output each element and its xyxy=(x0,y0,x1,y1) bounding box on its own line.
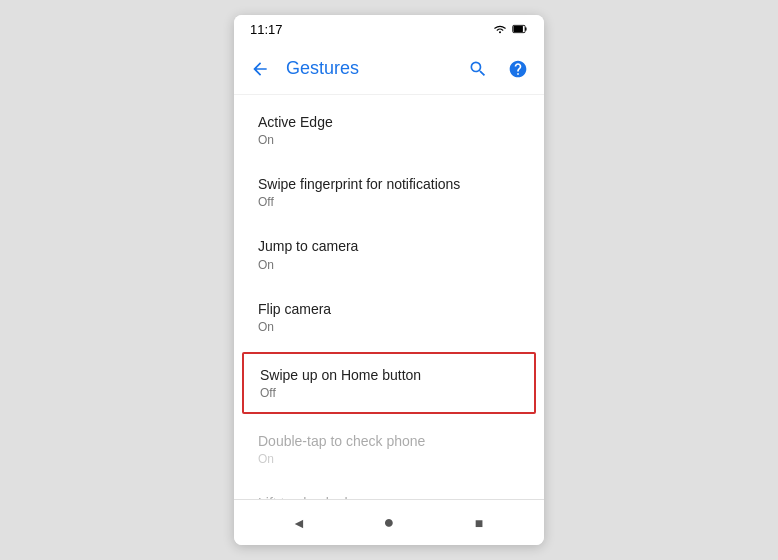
help-button[interactable] xyxy=(500,51,536,87)
nav-bar: ◄ ● ■ xyxy=(234,499,544,545)
flip-camera-subtitle: On xyxy=(258,320,520,334)
status-bar: 11:17 xyxy=(234,15,544,43)
svg-rect-1 xyxy=(525,27,526,31)
recents-nav-button[interactable]: ■ xyxy=(459,503,499,543)
back-button[interactable] xyxy=(242,51,278,87)
double-tap-subtitle: On xyxy=(258,452,520,466)
settings-item-active-edge[interactable]: Active Edge On xyxy=(234,99,544,161)
wifi-icon xyxy=(492,23,508,35)
back-nav-button[interactable]: ◄ xyxy=(279,503,319,543)
search-button[interactable] xyxy=(460,51,496,87)
flip-camera-title: Flip camera xyxy=(258,300,520,318)
swipe-home-subtitle: Off xyxy=(260,386,518,400)
svg-rect-2 xyxy=(513,26,522,32)
jump-to-camera-subtitle: On xyxy=(258,258,520,272)
phone-screen: 11:17 Gestures xyxy=(234,15,544,545)
status-icons xyxy=(492,23,528,35)
swipe-fingerprint-title: Swipe fingerprint for notifications xyxy=(258,175,520,193)
settings-item-flip-camera[interactable]: Flip camera On xyxy=(234,286,544,348)
lift-to-check-title: Lift to check phone xyxy=(258,494,520,499)
recents-nav-icon: ■ xyxy=(475,515,483,531)
settings-item-double-tap: Double-tap to check phone On xyxy=(234,418,544,480)
settings-item-swipe-home[interactable]: Swipe up on Home button Off xyxy=(242,352,536,414)
swipe-home-title: Swipe up on Home button xyxy=(260,366,518,384)
settings-list: Active Edge On Swipe fingerprint for not… xyxy=(234,95,544,499)
toolbar: Gestures xyxy=(234,43,544,95)
status-time: 11:17 xyxy=(250,22,283,37)
battery-icon xyxy=(512,23,528,35)
jump-to-camera-title: Jump to camera xyxy=(258,237,520,255)
settings-item-lift-to-check: Lift to check phone On xyxy=(234,480,544,499)
back-nav-icon: ◄ xyxy=(292,515,306,531)
toolbar-actions xyxy=(460,51,536,87)
settings-item-jump-to-camera[interactable]: Jump to camera On xyxy=(234,223,544,285)
settings-item-swipe-fingerprint[interactable]: Swipe fingerprint for notifications Off xyxy=(234,161,544,223)
swipe-fingerprint-subtitle: Off xyxy=(258,195,520,209)
home-nav-button[interactable]: ● xyxy=(369,503,409,543)
active-edge-title: Active Edge xyxy=(258,113,520,131)
page-title: Gestures xyxy=(286,58,452,79)
double-tap-title: Double-tap to check phone xyxy=(258,432,520,450)
home-nav-icon: ● xyxy=(384,512,395,533)
active-edge-subtitle: On xyxy=(258,133,520,147)
